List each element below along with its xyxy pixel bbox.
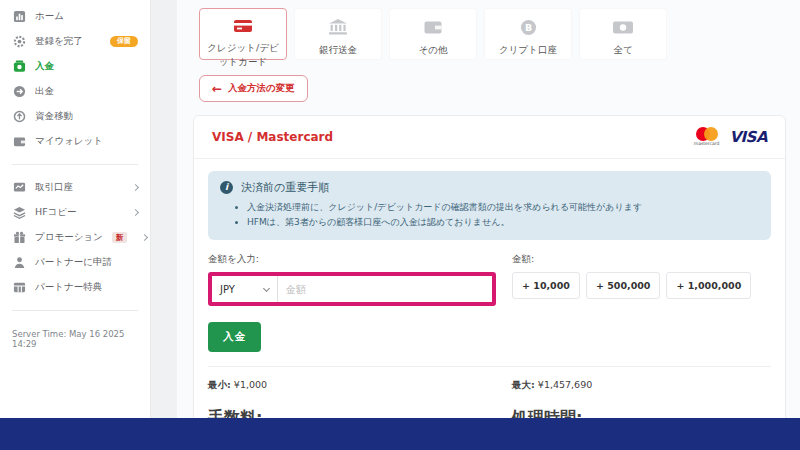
sidebar-item-transfer[interactable]: 資金移動 xyxy=(0,104,150,129)
tab-label: 全て xyxy=(583,43,663,57)
amount-input[interactable] xyxy=(278,276,492,302)
quick-amount-label: 金額: xyxy=(512,253,771,266)
tab-label: クリプト口座 xyxy=(488,43,568,57)
sidebar-scroll-gutter[interactable] xyxy=(150,0,177,418)
new-badge: 新 xyxy=(112,232,128,244)
amount-input-label: 金額を入力: xyxy=(208,253,496,266)
quick-amount-button-500000[interactable]: + 500,000 xyxy=(586,272,661,299)
sidebar-item-label: マイウォレット xyxy=(35,135,103,148)
tab-label: その他 xyxy=(393,43,473,57)
app-root: ホーム 登録を完了 保留 入金 出金 資金移動 マイウォレット 取引口座 xyxy=(0,0,800,450)
currency-select[interactable]: JPY xyxy=(212,276,278,302)
wallet-icon xyxy=(424,18,443,36)
sidebar-item-withdraw[interactable]: 出金 xyxy=(0,79,150,104)
sidebar: ホーム 登録を完了 保留 入金 出金 資金移動 マイウォレット 取引口座 xyxy=(0,0,150,418)
info-icon: i xyxy=(220,181,233,194)
sidebar-item-label: 入金 xyxy=(35,60,54,73)
main-content: クレジット/デビットカード 銀行送金 その他 B クリプト口座 全て ← 入金方… xyxy=(177,0,800,418)
amount-input-group-highlighted: JPY xyxy=(208,272,496,306)
sidebar-item-my-wallet[interactable]: マイウォレット xyxy=(0,129,150,154)
sidebar-divider xyxy=(12,164,138,165)
tab-credit-debit-card[interactable]: クレジット/デビットカード xyxy=(199,8,287,60)
mastercard-wordmark: mastercard xyxy=(694,142,720,147)
transfer-icon xyxy=(12,110,26,124)
server-time: Server Time: May 16 2025 14:29 xyxy=(0,321,150,349)
sidebar-item-label: 出金 xyxy=(35,85,54,98)
arrow-left-icon: ← xyxy=(212,83,222,95)
chevron-down-icon xyxy=(263,285,270,292)
tab-all[interactable]: 全て xyxy=(579,8,667,60)
sidebar-item-label: 資金移動 xyxy=(35,110,73,123)
sidebar-item-promotions[interactable]: プロモーション 新 xyxy=(0,225,150,250)
notice-bullet: 入金決済処理前に、クレジット/デビットカードの確認書類の提出を求められる可能性が… xyxy=(247,200,759,215)
chart-icon xyxy=(12,10,26,24)
deposit-icon xyxy=(12,60,26,74)
pending-badge: 保留 xyxy=(110,36,138,47)
sidebar-item-label: 登録を完了 xyxy=(35,35,83,48)
change-deposit-method-button[interactable]: ← 入金方法の変更 xyxy=(199,75,308,102)
sidebar-divider xyxy=(12,310,138,311)
sidebar-item-hf-copy[interactable]: HFコピー xyxy=(0,200,150,225)
tab-label: クレジット/デビットカード xyxy=(203,41,283,70)
svg-text:B: B xyxy=(524,21,531,32)
max-label: 最大: xyxy=(512,379,535,390)
card-title: VISA / Mastercard xyxy=(212,130,333,144)
important-notice: i 決済前の重要手順 入金決済処理前に、クレジット/デビットカードの確認書類の提… xyxy=(208,171,771,241)
sidebar-item-apply-partner[interactable]: パートナーに申請 xyxy=(0,250,150,275)
sidebar-item-label: パートナーに申請 xyxy=(35,256,112,269)
person-icon xyxy=(12,256,26,270)
deposit-submit-button[interactable]: 入金 xyxy=(208,322,261,352)
tab-label: 銀行送金 xyxy=(298,43,378,57)
sidebar-item-label: ホーム xyxy=(35,10,64,23)
notice-title: 決済前の重要手順 xyxy=(241,180,329,195)
min-amount: 最小: ¥1,000 xyxy=(208,379,512,392)
bitcoin-icon: B xyxy=(520,18,537,36)
amount-form-row: 金額を入力: JPY 金額: + 10,000 + 500,000 + xyxy=(194,240,785,306)
sidebar-item-home[interactable]: ホーム xyxy=(0,4,150,29)
chevron-right-icon xyxy=(132,184,139,191)
visa-logo: VISA xyxy=(729,128,767,146)
card-logos: mastercard VISA xyxy=(694,127,767,147)
payment-method-tabs: クレジット/デビットカード 銀行送金 その他 B クリプト口座 全て xyxy=(199,8,800,60)
tab-other[interactable]: その他 xyxy=(389,8,477,60)
sidebar-item-label: プロモーション xyxy=(35,231,103,244)
sidebar-item-deposit[interactable]: 入金 xyxy=(0,54,150,79)
currency-value: JPY xyxy=(220,284,235,295)
sidebar-item-label: パートナー特典 xyxy=(35,281,102,294)
max-value: ¥1,457,690 xyxy=(538,379,592,390)
wallet-icon xyxy=(12,135,26,149)
notice-title-row: i 決済前の重要手順 xyxy=(220,180,759,195)
benefits-icon xyxy=(12,281,26,295)
sidebar-item-label: 取引口座 xyxy=(35,181,73,194)
quick-amount-buttons: + 10,000 + 500,000 + 1,000,000 xyxy=(512,272,771,299)
cash-icon xyxy=(613,18,633,36)
sidebar-item-complete-registration[interactable]: 登録を完了 保留 xyxy=(0,29,150,54)
accounts-icon xyxy=(12,181,26,195)
quick-amount-button-10000[interactable]: + 10,000 xyxy=(512,272,580,299)
sidebar-item-partner-benefits[interactable]: パートナー特典 xyxy=(0,275,150,300)
sidebar-item-label: HFコピー xyxy=(35,206,77,219)
tab-crypto-account[interactable]: B クリプト口座 xyxy=(484,8,572,60)
gear-icon xyxy=(12,35,26,49)
change-deposit-method-label: 入金方法の変更 xyxy=(228,82,295,95)
sidebar-item-trading-accounts[interactable]: 取引口座 xyxy=(0,175,150,200)
tab-bank-transfer[interactable]: 銀行送金 xyxy=(294,8,382,60)
payment-card: VISA / Mastercard mastercard VISA i 決済前の… xyxy=(193,115,786,450)
notice-bullet: HFMは、第3者からの顧客様口座への入金は認めておりません。 xyxy=(247,215,759,230)
quick-amount-button-1000000[interactable]: + 1,000,000 xyxy=(666,272,751,299)
mastercard-circles-icon xyxy=(696,127,718,141)
chevron-right-icon xyxy=(141,234,148,241)
max-amount: 最大: ¥1,457,690 xyxy=(512,379,771,392)
footer-bar xyxy=(0,418,800,450)
chevron-right-icon xyxy=(132,209,139,216)
quick-amount-column: 金額: + 10,000 + 500,000 + 1,000,000 xyxy=(512,253,771,306)
min-label: 最小: xyxy=(208,379,231,390)
withdraw-icon xyxy=(12,85,26,99)
credit-card-icon xyxy=(233,18,253,34)
mastercard-logo: mastercard xyxy=(694,127,720,147)
amount-input-column: 金額を入力: JPY xyxy=(208,253,496,306)
copy-icon xyxy=(12,206,26,220)
bank-icon xyxy=(328,18,348,36)
min-value: ¥1,000 xyxy=(234,379,267,390)
notice-bullets: 入金決済処理前に、クレジット/デビットカードの確認書類の提出を求められる可能性が… xyxy=(247,200,759,231)
